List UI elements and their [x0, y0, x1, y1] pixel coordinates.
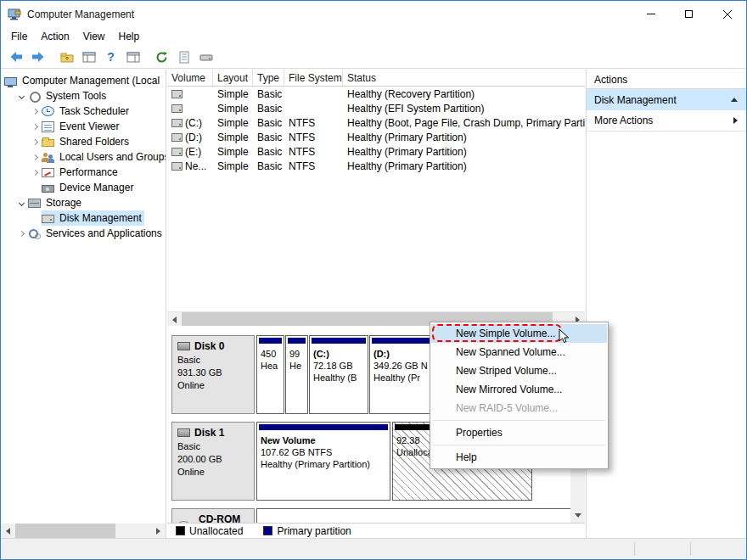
tree-item-task-scheduler[interactable]: Task Scheduler — [1, 104, 166, 119]
help-icon: ? — [107, 50, 115, 64]
menu-view[interactable]: View — [76, 29, 112, 44]
menu-item-help[interactable]: Help — [430, 448, 608, 467]
expander-icon[interactable] — [31, 171, 42, 175]
tree-item-label: Disk Management — [59, 212, 142, 224]
tree-item-computer-management[interactable]: Computer Management (Local — [1, 73, 166, 88]
help-button[interactable]: ? — [101, 48, 121, 66]
close-button[interactable] — [708, 1, 746, 27]
context-menu: New Simple Volume... New Spanned Volume.… — [430, 322, 609, 469]
tree-item-services-applications[interactable]: Services and Applications — [1, 226, 166, 241]
volume-row[interactable]: Simple Basic Healthy (Recovery Partition… — [167, 87, 585, 101]
partition-c[interactable]: (C:) 72.18 GB Healthy (B — [309, 335, 368, 414]
maximize-icon — [685, 10, 693, 18]
disk-0-label[interactable]: Disk 0 Basic 931.30 GB Online — [171, 335, 255, 414]
statusbar — [1, 538, 746, 559]
tree-item-system-tools[interactable]: System Tools — [1, 88, 166, 104]
volume-row[interactable]: (D:) Simple Basic NTFS Healthy (Primary … — [167, 130, 585, 144]
column-header-status[interactable]: Status — [343, 70, 585, 86]
expander-icon[interactable] — [31, 140, 42, 144]
volume-row[interactable]: Simple Basic Healthy (EFI System Partiti… — [167, 101, 585, 115]
partition-new-volume[interactable]: New Volume 107.62 GB NTFS Healthy (Prima… — [256, 422, 390, 501]
tree-item-event-viewer[interactable]: Event Viewer — [1, 119, 166, 134]
back-button[interactable] — [6, 48, 25, 66]
partition-recovery[interactable]: 450 Hea — [256, 335, 284, 414]
menu-action[interactable]: Action — [34, 29, 76, 44]
minimize-button[interactable] — [632, 1, 670, 27]
scroll-left-button[interactable] — [1, 524, 15, 538]
show-console-tree-button[interactable] — [79, 48, 98, 66]
menu-item-new-mirrored-volume[interactable]: New Mirrored Volume... — [430, 380, 608, 399]
menu-file[interactable]: File — [4, 29, 34, 44]
menu-separator — [433, 420, 605, 421]
export-list-button[interactable] — [174, 48, 194, 66]
tree-item-performance[interactable]: Performance — [1, 165, 166, 180]
volume-status: Healthy (Recovery Partition) — [343, 88, 585, 100]
column-header-file-system[interactable]: File System — [284, 70, 343, 86]
partition-line: 450 — [261, 348, 280, 360]
column-header-layout[interactable]: Layout — [213, 70, 253, 86]
show-action-pane-button[interactable] — [123, 48, 143, 66]
disk-type: Basic — [177, 440, 249, 453]
tree-item-label: Performance — [59, 166, 118, 178]
volume-name: (C:) — [185, 117, 202, 129]
partition-efi[interactable]: 99 He — [285, 335, 308, 414]
disk-1-label[interactable]: Disk 1 Basic 200.00 GB Online — [171, 422, 255, 501]
disk-properties-icon — [199, 51, 213, 64]
volume-row[interactable]: (E:) Simple Basic NTFS Healthy (Primary … — [167, 144, 585, 159]
tree-item-device-manager[interactable]: Device Manager — [1, 180, 166, 195]
volume-row[interactable]: (C:) Simple Basic NTFS Healthy (Boot, Pa… — [167, 115, 585, 130]
scrollbar-thumb[interactable] — [15, 524, 115, 538]
menu-item-new-spanned-volume[interactable]: New Spanned Volume... — [430, 343, 608, 361]
expander-icon[interactable] — [31, 155, 42, 160]
event-viewer-icon — [42, 121, 54, 132]
tree-item-storage[interactable]: Storage — [1, 195, 166, 210]
expander-icon[interactable] — [18, 94, 28, 98]
scroll-right-button[interactable] — [151, 524, 166, 538]
partition-legend: Unallocated Primary partition — [167, 523, 585, 538]
expander-icon[interactable] — [31, 109, 42, 114]
cdrom-0-label[interactable]: CD-ROM 0 — [171, 508, 255, 523]
expander-icon[interactable] — [31, 125, 42, 129]
partition-status: Healthy (B — [313, 372, 364, 384]
column-header-type[interactable]: Type — [253, 70, 284, 86]
tree-horizontal-scrollbar[interactable] — [1, 524, 166, 538]
back-arrow-icon — [9, 51, 23, 63]
refresh-button[interactable] — [152, 48, 171, 66]
actions-panel: Actions Disk Management More Actions — [586, 70, 746, 538]
menu-item-properties[interactable]: Properties — [430, 423, 608, 442]
menu-help[interactable]: Help — [112, 29, 147, 44]
expander-icon[interactable] — [18, 201, 28, 205]
volume-type: Basic — [253, 117, 284, 129]
volume-layout: Simple — [213, 160, 253, 172]
actions-panel-title: Actions — [587, 70, 746, 89]
tree-item-label: Local Users and Groups — [59, 151, 166, 163]
forward-button[interactable] — [28, 48, 48, 66]
menu-item-new-simple-volume[interactable]: New Simple Volume... — [431, 324, 607, 343]
disk-properties-button[interactable] — [196, 48, 216, 66]
scroll-down-button[interactable] — [570, 508, 585, 523]
disk-name: Disk 1 — [194, 427, 224, 439]
column-header-volume[interactable]: Volume — [167, 70, 213, 86]
more-actions-item[interactable]: More Actions — [587, 110, 746, 132]
statusbar-separator — [634, 542, 635, 556]
maximize-button[interactable] — [670, 1, 708, 27]
window-title: Computer Management — [27, 8, 134, 20]
hdd-icon — [177, 342, 190, 350]
collapse-icon[interactable] — [731, 98, 738, 102]
volume-icon — [171, 90, 183, 98]
tree-item-shared-folders[interactable]: Shared Folders — [1, 134, 166, 149]
menu-item-new-striped-volume[interactable]: New Striped Volume... — [430, 361, 608, 380]
actions-group-label: Disk Management — [594, 94, 677, 106]
folder-up-icon — [60, 52, 74, 63]
actions-group-disk-management[interactable]: Disk Management — [587, 89, 746, 110]
scroll-left-button[interactable] — [167, 312, 182, 327]
computer-icon — [4, 77, 17, 86]
tree-item-disk-management[interactable]: Disk Management — [1, 210, 166, 226]
console-tree-icon — [82, 51, 96, 64]
tree-item-local-users-groups[interactable]: Local Users and Groups — [1, 149, 166, 165]
disk-management-icon — [42, 215, 54, 223]
expander-icon[interactable] — [18, 232, 28, 236]
volume-file-system: NTFS — [284, 117, 343, 129]
volume-row[interactable]: Ne... Simple Basic NTFS Healthy (Primary… — [167, 159, 585, 173]
up-one-level-button[interactable] — [57, 48, 76, 66]
